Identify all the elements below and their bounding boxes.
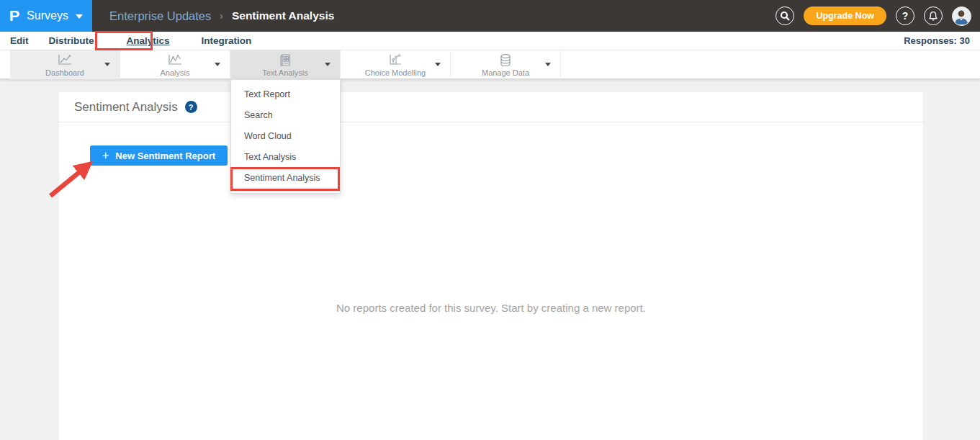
line-chart-icon	[10, 53, 120, 67]
database-icon	[451, 53, 560, 68]
app-screen: P Surveys Enterprise Updates › Sentiment…	[0, 0, 980, 440]
new-sentiment-report-button[interactable]: + New Sentiment Report	[90, 145, 228, 166]
chevron-down-icon[interactable]	[545, 63, 551, 66]
user-avatar[interactable]	[952, 6, 971, 26]
menu-item-search[interactable]: Search	[231, 105, 340, 126]
survey-nav: Edit Distribute Analytics Integration Re…	[0, 32, 980, 50]
search-icon	[780, 11, 790, 21]
menu-item-sentiment-analysis[interactable]: Sentiment Analysis	[231, 168, 340, 189]
new-report-button-label: New Sentiment Report	[115, 151, 215, 161]
empty-state-message: No reports created for this survey. Star…	[59, 302, 923, 314]
topbar-actions: Upgrade Now ?	[776, 0, 971, 32]
nav-item-distribute[interactable]: Distribute	[49, 35, 94, 46]
surveys-product-menu[interactable]: P Surveys	[0, 0, 92, 32]
bell-icon	[928, 11, 938, 22]
menu-item-word-cloud[interactable]: Word Cloud	[231, 126, 340, 147]
chevron-down-icon[interactable]	[325, 63, 331, 66]
nav-item-integration[interactable]: Integration	[202, 35, 252, 46]
analytics-toolbar: Dashboard Analysis	[0, 50, 980, 79]
tab-text-analysis[interactable]: Text Analysis	[230, 50, 341, 79]
help-button[interactable]: ?	[896, 6, 914, 25]
tab-dashboard[interactable]: Dashboard	[10, 50, 120, 79]
upgrade-now-button[interactable]: Upgrade Now	[804, 6, 886, 25]
notifications-button[interactable]	[924, 6, 943, 25]
text-report-icon	[230, 53, 340, 67]
page-title: Sentiment Analysis	[74, 100, 178, 115]
chevron-down-icon[interactable]	[215, 63, 220, 66]
menu-item-text-report[interactable]: Text Report	[231, 84, 340, 105]
responses-count: Responses: 30	[904, 35, 970, 46]
text-analysis-dropdown-menu: Text Report Search Word Cloud Text Analy…	[230, 79, 341, 194]
toolbar-tabs: Dashboard Analysis	[10, 50, 561, 79]
avatar-photo	[953, 7, 970, 24]
plus-icon: +	[102, 149, 109, 162]
area-chart-icon	[120, 53, 230, 67]
tab-choice-modelling[interactable]: Choice Modelling	[341, 50, 451, 79]
choice-modelling-icon	[341, 53, 450, 67]
chevron-down-icon	[76, 14, 83, 19]
tab-manage-data[interactable]: Manage Data	[451, 50, 561, 79]
tab-analysis[interactable]: Analysis	[120, 50, 230, 79]
nav-item-analytics[interactable]: Analytics	[127, 35, 170, 46]
topbar: P Surveys Enterprise Updates › Sentiment…	[0, 0, 980, 32]
brand-logo: P	[9, 7, 20, 24]
card-header: Sentiment Analysis ?	[59, 92, 923, 122]
question-mark-icon: ?	[902, 10, 909, 22]
breadcrumb-separator-icon: ›	[220, 10, 223, 22]
product-menu-label: Surveys	[27, 9, 68, 22]
breadcrumb-current-page: Sentiment Analysis	[232, 9, 334, 22]
nav-item-edit[interactable]: Edit	[10, 35, 29, 46]
breadcrumb: Enterprise Updates › Sentiment Analysis	[109, 9, 334, 23]
menu-item-text-analysis[interactable]: Text Analysis	[231, 147, 340, 168]
search-button[interactable]	[776, 6, 794, 25]
content-card: Sentiment Analysis ? + New Sentiment Rep…	[59, 92, 923, 440]
chevron-down-icon[interactable]	[104, 63, 110, 66]
title-help-icon[interactable]: ?	[185, 101, 197, 113]
chevron-down-icon[interactable]	[435, 63, 441, 66]
breadcrumb-survey-name[interactable]: Enterprise Updates	[109, 9, 211, 23]
